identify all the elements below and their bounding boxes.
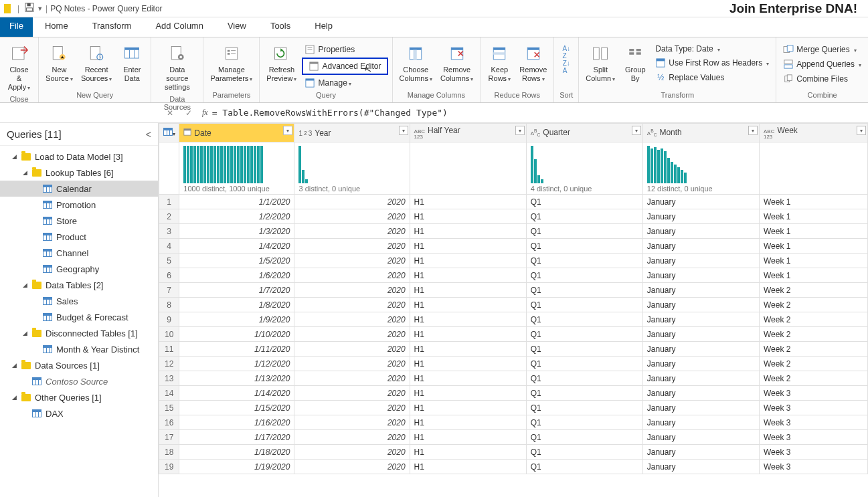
cell-quarter[interactable]: Q1 bbox=[526, 312, 642, 327]
cell-week[interactable]: Week 2 bbox=[759, 357, 867, 371]
cell-half[interactable]: H1 bbox=[410, 312, 526, 327]
combine-files-button[interactable]: Combine Files bbox=[780, 72, 864, 86]
manage-parameters-button[interactable]: Manage Parameters bbox=[207, 41, 255, 84]
column-type-icon[interactable]: ABC123 bbox=[414, 129, 425, 140]
table-row[interactable]: 121/12/20202020H1Q1JanuaryWeek 2 bbox=[159, 357, 868, 371]
table-row[interactable]: 171/17/20202020H1Q1JanuaryWeek 3 bbox=[159, 430, 868, 445]
cell-month[interactable]: January bbox=[642, 283, 759, 298]
column-type-icon[interactable]: ABC bbox=[531, 129, 541, 138]
cell-quarter[interactable]: Q1 bbox=[526, 239, 642, 254]
cell-half[interactable]: H1 bbox=[410, 445, 526, 460]
row-number[interactable]: 11 bbox=[159, 342, 179, 357]
cell-half[interactable]: H1 bbox=[410, 430, 526, 445]
tree-folder[interactable]: ◢Load to Data Model [3] bbox=[0, 148, 158, 165]
choose-columns-button[interactable]: Choose Columns bbox=[397, 41, 435, 84]
cell-year[interactable]: 2020 bbox=[294, 239, 410, 254]
table-row[interactable]: 81/8/20202020H1Q1JanuaryWeek 2 bbox=[159, 298, 868, 312]
row-number[interactable]: 2 bbox=[159, 209, 179, 224]
cell-date[interactable]: 1/14/2020 bbox=[179, 386, 294, 401]
cell-quarter[interactable]: Q1 bbox=[526, 415, 642, 430]
cell-month[interactable]: January bbox=[642, 327, 759, 342]
row-number[interactable]: 7 bbox=[159, 283, 179, 298]
cell-month[interactable]: January bbox=[642, 386, 759, 401]
cell-month[interactable]: January bbox=[642, 430, 759, 445]
tree-query[interactable]: Store bbox=[0, 213, 158, 229]
tree-query[interactable]: Sales bbox=[0, 293, 158, 309]
table-row[interactable]: 151/15/20202020H1Q1JanuaryWeek 3 bbox=[159, 401, 868, 415]
table-row[interactable]: 181/18/20202020H1Q1JanuaryWeek 3 bbox=[159, 445, 868, 460]
row-number[interactable]: 18 bbox=[159, 445, 179, 460]
cell-week[interactable]: Week 2 bbox=[759, 298, 867, 312]
sort-asc-button[interactable]: A↓Z bbox=[558, 45, 574, 59]
cell-year[interactable]: 2020 bbox=[294, 195, 410, 209]
cell-quarter[interactable]: Q1 bbox=[526, 401, 642, 415]
tree-query[interactable]: Geography bbox=[0, 261, 158, 277]
column-type-icon[interactable]: ABC bbox=[647, 129, 657, 138]
enter-data-button[interactable]: Enter Data bbox=[117, 41, 147, 84]
cell-quarter[interactable]: Q1 bbox=[526, 445, 642, 460]
tree-query[interactable]: Calendar bbox=[0, 181, 158, 197]
cell-year[interactable]: 2020 bbox=[294, 298, 410, 312]
tab-view[interactable]: View bbox=[215, 17, 258, 37]
table-row[interactable]: 41/4/20202020H1Q1JanuaryWeek 1 bbox=[159, 239, 868, 254]
cell-quarter[interactable]: Q1 bbox=[526, 357, 642, 371]
cell-month[interactable]: January bbox=[642, 209, 759, 224]
cell-week[interactable]: Week 3 bbox=[759, 386, 867, 401]
cell-quarter[interactable]: Q1 bbox=[526, 371, 642, 386]
row-number[interactable]: 16 bbox=[159, 415, 179, 430]
cell-half[interactable]: H1 bbox=[410, 209, 526, 224]
table-row[interactable]: 101/10/20202020H1Q1JanuaryWeek 2 bbox=[159, 327, 868, 342]
cell-week[interactable]: Week 2 bbox=[759, 327, 867, 342]
row-number[interactable]: 12 bbox=[159, 357, 179, 371]
cell-week[interactable]: Week 3 bbox=[759, 401, 867, 415]
cell-year[interactable]: 2020 bbox=[294, 224, 410, 239]
row-number[interactable]: 8 bbox=[159, 298, 179, 312]
cell-week[interactable]: Week 2 bbox=[759, 312, 867, 327]
row-number[interactable]: 4 bbox=[159, 239, 179, 254]
cell-half[interactable]: H1 bbox=[410, 386, 526, 401]
tree-folder[interactable]: ◢Lookup Tables [6] bbox=[0, 165, 158, 181]
cell-date[interactable]: 1/1/2020 bbox=[179, 195, 294, 209]
tab-file[interactable]: File bbox=[0, 17, 33, 37]
formula-accept-button[interactable]: ✓ bbox=[179, 105, 198, 121]
append-queries-button[interactable]: Append Queries bbox=[780, 58, 864, 71]
data-type-button[interactable]: Data Type: Date bbox=[653, 43, 772, 55]
cell-half[interactable]: H1 bbox=[410, 224, 526, 239]
cell-year[interactable]: 2020 bbox=[294, 342, 410, 357]
row-number[interactable]: 14 bbox=[159, 386, 179, 401]
cell-week[interactable]: Week 1 bbox=[759, 268, 867, 283]
sidebar-collapse-button[interactable]: < bbox=[146, 129, 151, 140]
table-row[interactable]: 191/19/20202020H1Q1JanuaryWeek 3 bbox=[159, 460, 868, 474]
cell-date[interactable]: 1/6/2020 bbox=[179, 268, 294, 283]
cell-quarter[interactable]: Q1 bbox=[526, 268, 642, 283]
cell-year[interactable]: 2020 bbox=[294, 357, 410, 371]
cell-quarter[interactable]: Q1 bbox=[526, 386, 642, 401]
cell-year[interactable]: 2020 bbox=[294, 386, 410, 401]
row-number[interactable]: 5 bbox=[159, 254, 179, 268]
cell-date[interactable]: 1/15/2020 bbox=[179, 401, 294, 415]
tree-query[interactable]: Product bbox=[0, 229, 158, 245]
formula-cancel-button[interactable]: ✕ bbox=[161, 105, 179, 121]
cell-month[interactable]: January bbox=[642, 239, 759, 254]
cell-month[interactable]: January bbox=[642, 445, 759, 460]
remove-columns-button[interactable]: Remove Columns bbox=[438, 41, 476, 84]
cell-half[interactable]: H1 bbox=[410, 195, 526, 209]
cell-date[interactable]: 1/3/2020 bbox=[179, 224, 294, 239]
merge-queries-button[interactable]: Merge Queries bbox=[780, 43, 864, 56]
properties-button[interactable]: Properties bbox=[302, 43, 387, 56]
cell-month[interactable]: January bbox=[642, 371, 759, 386]
cell-month[interactable]: January bbox=[642, 460, 759, 474]
cell-year[interactable]: 2020 bbox=[294, 268, 410, 283]
cell-week[interactable]: Week 1 bbox=[759, 224, 867, 239]
table-row[interactable]: 51/5/20202020H1Q1JanuaryWeek 1 bbox=[159, 254, 868, 268]
new-source-button[interactable]: ★New Source bbox=[43, 41, 76, 84]
cell-date[interactable]: 1/8/2020 bbox=[179, 298, 294, 312]
data-grid[interactable]: ▾Date▾123Year▾ABC123Half Year▾ABCQuarter… bbox=[159, 123, 868, 497]
table-row[interactable]: 111/11/20202020H1Q1JanuaryWeek 2 bbox=[159, 342, 868, 357]
column-filter-button[interactable]: ▾ bbox=[748, 126, 758, 135]
tree-query[interactable]: Month & Year Distinct bbox=[0, 341, 158, 357]
row-number[interactable]: 13 bbox=[159, 371, 179, 386]
cell-year[interactable]: 2020 bbox=[294, 327, 410, 342]
cell-month[interactable]: January bbox=[642, 342, 759, 357]
column-type-icon[interactable]: 123 bbox=[298, 130, 312, 137]
